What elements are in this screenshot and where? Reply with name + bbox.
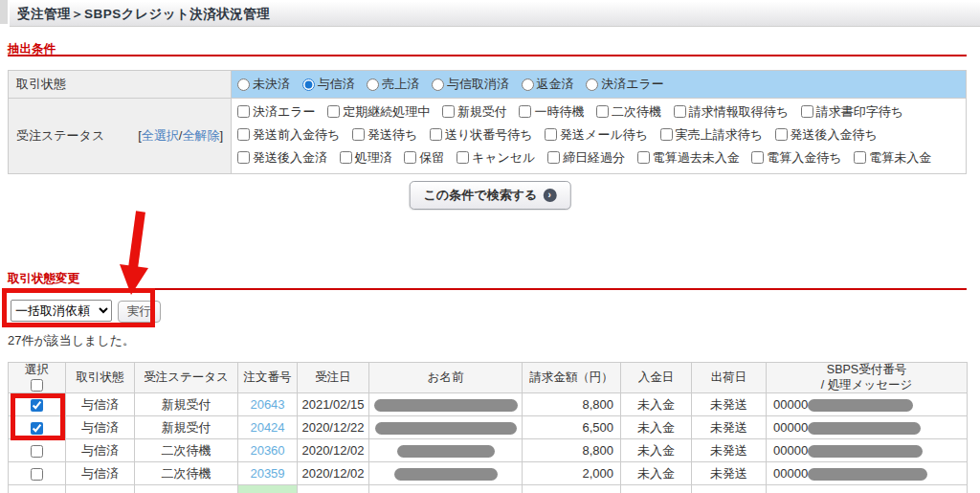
order-status-option[interactable]: 二次待機 xyxy=(596,101,661,122)
order-status-option[interactable]: 発送メール待ち xyxy=(545,124,648,145)
order-status-checkbox[interactable] xyxy=(430,128,442,141)
order-status-checkbox[interactable] xyxy=(775,128,788,141)
order-status-option[interactable]: 一時待機 xyxy=(519,101,584,122)
order-status-option[interactable]: 新規受付 xyxy=(442,101,507,122)
redacted-name xyxy=(394,468,498,481)
order-status-checkbox[interactable] xyxy=(327,105,340,118)
transaction-state-radio[interactable] xyxy=(237,78,250,91)
transaction-state-option[interactable]: 与信済 xyxy=(302,74,355,94)
transaction-state-option[interactable]: 返金済 xyxy=(522,74,574,94)
select-column-header: 選択 xyxy=(25,363,49,376)
sbps-number-prefix: 00000 xyxy=(773,420,808,435)
order-status-checkbox[interactable] xyxy=(237,105,250,118)
table-row: 与信済 新規受付 20643 2021/02/15 8,800 未入金 未発送 … xyxy=(9,393,968,416)
select-all-rows-checkbox[interactable] xyxy=(31,379,43,392)
row-select-checkbox[interactable] xyxy=(31,445,43,458)
order-status-option[interactable]: 電算未入金 xyxy=(854,147,931,168)
order-status-option[interactable]: 請求書印字待ち xyxy=(801,101,903,122)
order-status-option[interactable]: 締日経過分 xyxy=(547,147,625,168)
order-status-checkbox[interactable] xyxy=(352,128,365,141)
select-all-link[interactable]: 全選択 xyxy=(142,128,179,143)
transaction-state-option[interactable]: 売上済 xyxy=(367,74,419,94)
order-status-option[interactable]: 電算入金待ち xyxy=(751,147,841,168)
order-status-checkbox[interactable] xyxy=(751,151,764,164)
order-status-option[interactable]: 実売上請求待ち xyxy=(660,124,763,145)
order-status-checkbox[interactable] xyxy=(519,105,531,118)
search-button[interactable]: この条件で検索する › xyxy=(410,181,571,210)
radio-option-label: 決済エラー xyxy=(601,74,664,94)
order-status-checkbox[interactable] xyxy=(237,151,250,164)
row-select-checkbox[interactable] xyxy=(31,399,43,412)
partial-table-row xyxy=(9,485,968,493)
checkbox-option-label: 電算入金待ち xyxy=(767,147,841,168)
clear-all-link[interactable]: 全解除 xyxy=(182,128,219,143)
checkbox-option-label: 二次待機 xyxy=(612,101,661,122)
checkbox-option-label: 処理済 xyxy=(355,147,392,168)
page-title: 受注管理＞SBPSクレジット決済状況管理 xyxy=(10,6,270,23)
order-status-option[interactable]: 処理済 xyxy=(340,147,392,168)
transaction-state-radio[interactable] xyxy=(367,78,379,91)
order-status-option[interactable]: 保留 xyxy=(404,147,444,168)
execute-button[interactable]: 実行 xyxy=(118,301,161,323)
cell-ship-date: 未発送 xyxy=(692,416,767,439)
transaction-state-radio[interactable] xyxy=(302,78,315,91)
row-select-checkbox[interactable] xyxy=(31,468,43,481)
transaction-state-radio[interactable] xyxy=(432,78,444,91)
order-status-checkbox[interactable] xyxy=(545,128,557,141)
sbps-header-line2: / 処理メッセージ xyxy=(821,378,913,392)
radio-option-label: 返金済 xyxy=(537,74,574,94)
cell-order-status: 新規受付 xyxy=(135,393,238,416)
order-status-checkbox[interactable] xyxy=(637,151,650,164)
order-status-label: 受注ステータス xyxy=(16,127,104,145)
page-header-bar: 受注管理＞SBPSクレジット決済状況管理 xyxy=(10,2,980,27)
order-number-link[interactable]: 20424 xyxy=(250,420,284,435)
order-number-link[interactable]: 20360 xyxy=(250,443,284,458)
order-number-link[interactable]: 20359 xyxy=(250,466,284,481)
cell-order-date: 2020/12/02 xyxy=(298,462,369,485)
transaction-state-radio[interactable] xyxy=(586,78,598,91)
checkbox-option-label: 電算過去未入金 xyxy=(653,147,740,168)
order-status-checkbox[interactable] xyxy=(801,105,813,118)
checkbox-option-label: 発送メール待ち xyxy=(560,124,648,145)
order-status-checkbox[interactable] xyxy=(340,151,352,164)
order-status-option[interactable]: 発送待ち xyxy=(352,124,417,145)
order-status-checkbox[interactable] xyxy=(596,105,609,118)
order-status-option[interactable]: 電算過去未入金 xyxy=(637,147,740,168)
order-status-checkbox[interactable] xyxy=(660,128,673,141)
order-status-option[interactable]: 決済エラー xyxy=(237,101,316,122)
transaction-state-option[interactable]: 与信取消済 xyxy=(432,74,509,94)
bulk-action-select[interactable]: 一括取消依頼 xyxy=(11,300,112,322)
cell-transaction-state: 与信済 xyxy=(66,416,135,439)
order-status-checkbox[interactable] xyxy=(854,151,866,164)
order-status-option[interactable]: キャンセル xyxy=(457,147,536,168)
cell-payment-date: 未入金 xyxy=(621,393,692,416)
order-status-option[interactable]: 定期継続処理中 xyxy=(327,101,430,122)
radio-option-label: 与信済 xyxy=(318,74,355,94)
order-status-checkbox[interactable] xyxy=(404,151,416,164)
order-status-checkbox[interactable] xyxy=(237,128,250,141)
table-header-row: 選択 取引状態 受注ステータス 注文番号 受注日 お名前 請求金額（円） 入金日… xyxy=(9,363,968,393)
order-status-option[interactable]: 発送後入金済 xyxy=(237,147,327,168)
transaction-state-option[interactable]: 未決済 xyxy=(237,74,290,94)
checkbox-option-label: 送り状番号待ち xyxy=(445,124,533,145)
checkbox-option-label: キャンセル xyxy=(472,147,536,168)
order-status-option[interactable]: 請求情報取得待ち xyxy=(674,101,789,122)
order-status-checkbox[interactable] xyxy=(442,105,455,118)
checkbox-option-label: 発送待ち xyxy=(368,124,417,145)
order-status-option[interactable]: 送り状番号待ち xyxy=(430,124,533,145)
results-table: 選択 取引状態 受注ステータス 注文番号 受注日 お名前 請求金額（円） 入金日… xyxy=(8,362,968,493)
checkbox-option-label: 請求書印字待ち xyxy=(816,101,903,122)
order-status-checkbox[interactable] xyxy=(457,151,469,164)
cell-payment-date: 未入金 xyxy=(621,439,692,462)
sbps-number-prefix: 00000 xyxy=(773,443,808,458)
transaction-state-radio[interactable] xyxy=(522,78,534,91)
order-status-option[interactable]: 発送後入金待ち xyxy=(775,124,878,145)
transaction-state-option[interactable]: 決済エラー xyxy=(586,74,664,94)
redacted-sbps-number xyxy=(808,468,927,481)
order-number-link[interactable]: 20643 xyxy=(250,397,284,412)
row-select-checkbox[interactable] xyxy=(31,422,43,435)
order-status-checkbox[interactable] xyxy=(547,151,560,164)
order-status-checkbox[interactable] xyxy=(674,105,686,118)
order-status-option[interactable]: 発送前入金待ち xyxy=(237,124,340,145)
section-divider xyxy=(8,55,967,56)
